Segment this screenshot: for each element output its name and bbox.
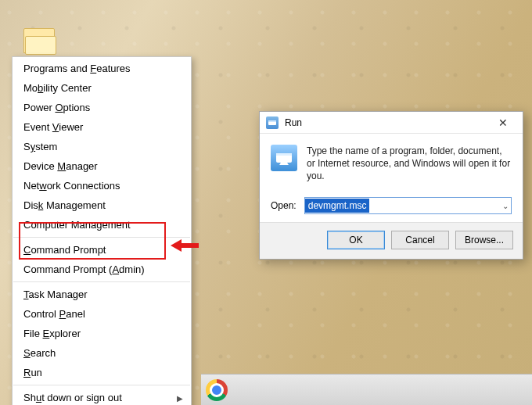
- desktop-folder-icon[interactable]: [23, 28, 55, 53]
- taskbar: [201, 374, 532, 405]
- menu-system[interactable]: System: [13, 137, 191, 156]
- menu-command-prompt-admin[interactable]: Command Prompt (Admin): [13, 260, 191, 279]
- menu-separator: [13, 281, 190, 282]
- open-combobox[interactable]: devmgmt.msc ⌄: [304, 197, 512, 214]
- winx-context-menu: Programs and Features Mobility Center Po…: [12, 56, 192, 405]
- close-icon: ✕: [498, 116, 508, 129]
- menu-mobility-center[interactable]: Mobility Center: [13, 78, 191, 98]
- run-dialog: Run ✕ Type the name of a program, folder…: [259, 111, 523, 260]
- open-value: devmgmt.msc: [305, 199, 370, 213]
- run-icon: [266, 116, 279, 129]
- menu-programs-features[interactable]: Programs and Features: [13, 59, 191, 78]
- menu-computer-management[interactable]: Computer Management: [13, 215, 191, 235]
- cancel-button[interactable]: Cancel: [391, 231, 449, 249]
- chevron-down-icon[interactable]: ⌄: [502, 201, 509, 210]
- menu-run[interactable]: Run: [13, 363, 191, 382]
- menu-shutdown-signout[interactable]: Shut down or sign out ▶: [13, 388, 191, 405]
- menu-separator: [13, 237, 190, 238]
- menu-event-viewer[interactable]: Event Viewer: [13, 117, 191, 137]
- run-description: Type the name of a program, folder, docu…: [307, 145, 512, 183]
- menu-file-explorer[interactable]: File Explorer: [13, 324, 191, 343]
- svg-rect-4: [276, 153, 292, 156]
- run-title: Run: [285, 117, 488, 128]
- svg-marker-5: [279, 163, 289, 165]
- menu-disk-management[interactable]: Disk Management: [13, 195, 191, 215]
- menu-command-prompt[interactable]: Command Prompt: [13, 240, 191, 260]
- menu-task-manager[interactable]: Task Manager: [13, 285, 191, 304]
- run-app-icon: [271, 145, 297, 171]
- chevron-right-icon: ▶: [177, 393, 183, 402]
- menu-power-options[interactable]: Power Options: [13, 98, 191, 117]
- svg-rect-2: [268, 120, 276, 122]
- open-label: Open:: [271, 200, 297, 211]
- menu-search[interactable]: Search: [13, 343, 191, 363]
- ok-button[interactable]: OK: [327, 231, 385, 249]
- taskbar-chrome-icon[interactable]: [206, 379, 228, 401]
- close-button[interactable]: ✕: [488, 114, 518, 131]
- menu-separator: [13, 385, 190, 385]
- menu-network-connections[interactable]: Network Connections: [13, 176, 191, 195]
- browse-button[interactable]: Browse...: [455, 231, 513, 249]
- run-titlebar[interactable]: Run ✕: [260, 112, 523, 134]
- menu-device-manager[interactable]: Device Manager: [13, 156, 191, 176]
- run-button-row: OK Cancel Browse...: [260, 222, 523, 259]
- menu-control-panel[interactable]: Control Panel: [13, 304, 191, 324]
